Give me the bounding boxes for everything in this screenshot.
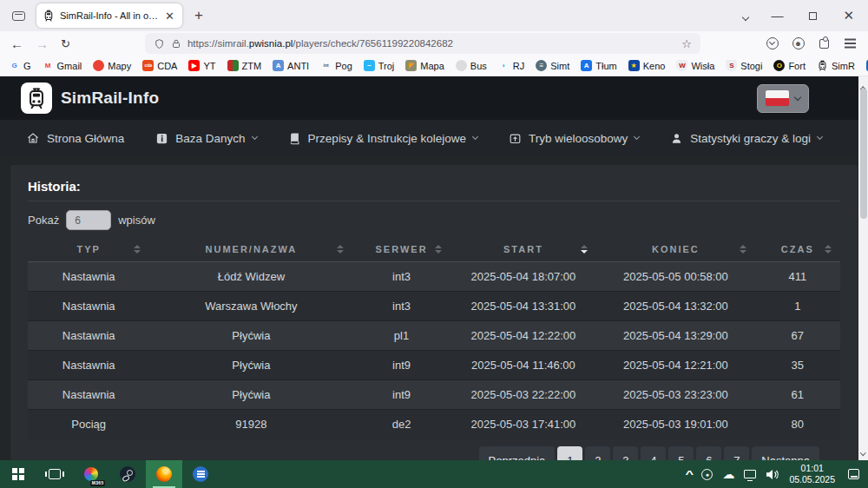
column-header-start[interactable]: START (450, 237, 596, 262)
onedrive-cloud-icon[interactable]: ☁ (722, 468, 734, 480)
page-button-2[interactable]: 2 (585, 446, 610, 461)
language-selector[interactable] (757, 84, 809, 113)
sort-icon[interactable] (134, 245, 141, 254)
nav-item-baza-danych[interactable]: Baza Danych (155, 132, 256, 145)
table-row: NastawniaPłyćwiaint92025-05-04 11:46:002… (28, 351, 840, 380)
table-cell: 35 (755, 351, 840, 380)
tab-list-chevron-icon[interactable] (743, 8, 748, 23)
table-cell: Nastawnia (28, 380, 149, 410)
bookmark-item[interactable]: ★Keno (628, 60, 666, 71)
browser-tab[interactable]: SimRail-Info - All in one page ✕ (36, 3, 182, 28)
bookmark-item[interactable]: Bus (456, 60, 487, 71)
table-cell: Płyćwia (149, 380, 352, 410)
bookmark-label: ZTM (242, 61, 262, 71)
bookmark-item[interactable]: ~Troj (364, 60, 395, 71)
column-header-czas[interactable]: CZAS (755, 237, 840, 262)
nav-item-statystyki[interactable]: Statystyki graczy & logi (670, 132, 822, 145)
bookmark-item[interactable]: Mapy (93, 60, 131, 71)
pagination-prev-button[interactable]: Poprzednia (479, 446, 556, 461)
bookmark-favicon: M (43, 60, 54, 71)
bookmark-item[interactable]: OFort (773, 60, 806, 71)
column-header-serwer[interactable]: SERWER (352, 237, 450, 262)
site-brand[interactable]: SimRail-Info (61, 89, 159, 108)
sort-icon[interactable] (581, 245, 588, 254)
firefox-view-button[interactable] (7, 5, 30, 26)
sort-icon[interactable] (825, 245, 832, 254)
site-header: SimRail-Info (0, 76, 868, 120)
close-button[interactable]: ✕ (843, 8, 854, 23)
back-button[interactable]: ← (10, 36, 23, 51)
reload-button[interactable]: ↻ (61, 37, 70, 50)
page-button-1[interactable]: 1 (557, 446, 582, 461)
bookmark-item[interactable]: SimR (817, 60, 855, 71)
nav-item-strona-glowna[interactable]: Strona Główna (26, 131, 124, 145)
page-button-3[interactable]: 3 (613, 446, 638, 461)
sort-icon[interactable] (337, 245, 344, 254)
bookmark-item[interactable]: SStogi (726, 60, 762, 71)
tray-expand-chevron-icon[interactable]: ^ (685, 469, 694, 479)
table-cell: 2025-05-04 12:22:00 (450, 321, 596, 351)
bookmark-item[interactable]: ATłum (581, 60, 616, 71)
column-header-numernazwa[interactable]: NUMER/NAZWA (149, 237, 352, 262)
page-button-6[interactable]: 6 (696, 446, 721, 461)
start-button[interactable] (0, 460, 36, 488)
bookmark-item[interactable]: intPog (320, 60, 352, 71)
forward-button[interactable]: → (36, 36, 49, 51)
clock[interactable]: 01:01 05.05.2025 (789, 463, 835, 485)
menu-hamburger-icon[interactable] (843, 36, 858, 51)
bookmark-favicon: ◤ (405, 60, 417, 71)
bookmark-item[interactable]: cdaCDA (142, 60, 177, 71)
page-button-4[interactable]: 4 (641, 446, 666, 461)
network-icon[interactable] (744, 470, 756, 478)
bookmark-item[interactable]: ▶YT (188, 60, 215, 71)
window-controls: — ✕ (771, 8, 861, 23)
account-icon[interactable]: ☻ (791, 36, 806, 51)
blue-app-button[interactable] (182, 460, 219, 488)
tray-app-icon[interactable]: ● (701, 469, 713, 480)
maximize-button[interactable] (809, 12, 817, 20)
page-button-7[interactable]: 7 (724, 446, 749, 461)
page-size-input[interactable] (66, 210, 111, 230)
bookmark-item[interactable]: MGmail (43, 60, 82, 71)
site-logo[interactable] (21, 82, 52, 114)
sort-icon[interactable] (740, 245, 746, 254)
pagination-next-button[interactable]: Następna (752, 446, 819, 461)
url-bar[interactable]: https://simrail.pwisnia.pl/players/check… (145, 33, 700, 54)
tab-close-icon[interactable]: ✕ (163, 10, 176, 23)
page-button-5[interactable]: 5 (668, 446, 694, 461)
table-row: Pociąg91928de22025-05-03 17:41:002025-05… (28, 410, 840, 439)
bookmark-star-icon[interactable]: ☆ (681, 37, 692, 50)
lock-icon[interactable] (171, 38, 181, 49)
nav-item-przepisy[interactable]: Przepisy & Instrukcje kolejowe (288, 132, 477, 145)
nav-item-tryb-wieloosobowy[interactable]: Tryb wieloosobowy (509, 132, 639, 145)
extensions-puzzle-icon[interactable] (817, 36, 832, 51)
task-view-button[interactable] (36, 460, 73, 488)
bookmark-item[interactable]: ZTM (227, 60, 262, 71)
bookmark-item[interactable]: AANTI (273, 60, 309, 71)
bookmark-label: Stogi (740, 61, 762, 71)
bookmark-label: G (23, 61, 31, 71)
column-header-koniec[interactable]: KONIEC (596, 237, 755, 262)
bookmark-item[interactable]: ≡Simt (536, 60, 569, 71)
page-scrollbar[interactable] (858, 76, 868, 460)
new-tab-button[interactable]: + (189, 7, 208, 24)
scrollbar-down-icon[interactable] (861, 442, 865, 458)
bookmark-item[interactable]: WWisła (676, 60, 714, 71)
bookmark-label: Tłum (595, 61, 616, 71)
bookmark-item[interactable]: ◤Mapa (405, 60, 444, 71)
bookmark-item[interactable]: GG (9, 60, 31, 71)
sort-icon[interactable] (435, 245, 442, 254)
table-cell: 80 (755, 410, 840, 439)
firefox-button-active[interactable] (146, 460, 182, 488)
steam-button[interactable] (109, 460, 146, 488)
scrollbar-thumb[interactable] (860, 89, 867, 219)
copilot-m365-button[interactable]: M365 (73, 460, 109, 488)
speaker-icon[interactable] (766, 469, 779, 480)
column-header-typ[interactable]: TYP (28, 237, 149, 262)
minimize-button[interactable]: — (771, 9, 783, 23)
pocket-icon[interactable] (765, 36, 779, 51)
table-cell: int9 (352, 380, 450, 410)
shield-icon[interactable] (154, 38, 165, 49)
bookmark-item[interactable]: ◗RJ (498, 60, 524, 71)
notification-center-icon[interactable] (848, 469, 859, 479)
